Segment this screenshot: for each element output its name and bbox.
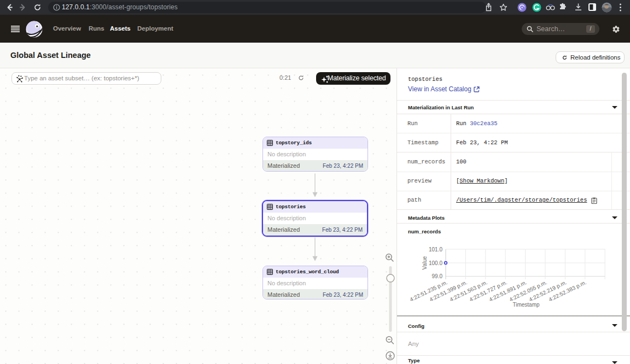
svg-text:Value: Value bbox=[422, 256, 428, 269]
svg-text:101.0: 101.0 bbox=[429, 246, 442, 253]
svg-text:100.0: 100.0 bbox=[429, 260, 442, 266]
svg-text:Timestamp: Timestamp bbox=[512, 302, 540, 308]
svg-text:99.0: 99.0 bbox=[432, 273, 443, 279]
